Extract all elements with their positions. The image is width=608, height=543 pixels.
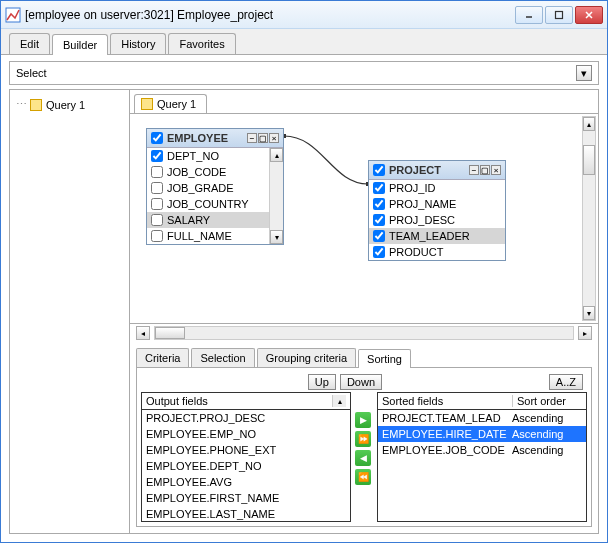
field-checkbox[interactable] xyxy=(373,182,385,194)
scroll-up-icon[interactable]: ▴ xyxy=(583,117,595,131)
tree-connector-icon: ⋯ xyxy=(16,98,26,111)
scroll-up-icon[interactable]: ▴ xyxy=(270,148,283,162)
query-tab-label: Query 1 xyxy=(157,98,196,110)
tab-builder[interactable]: Builder xyxy=(52,34,108,55)
field-checkbox[interactable] xyxy=(151,150,163,162)
dropdown-icon[interactable]: ▾ xyxy=(576,65,592,81)
field-checkbox[interactable] xyxy=(373,230,385,242)
field-row[interactable]: JOB_COUNTRY xyxy=(147,196,283,212)
sort-order-label: Ascending xyxy=(512,428,582,440)
tab-favorites[interactable]: Favorites xyxy=(168,33,235,54)
field-label: TEAM_LEADER xyxy=(389,230,470,242)
svg-rect-2 xyxy=(556,11,563,18)
list-item[interactable]: PROJECT.PROJ_DESC xyxy=(142,410,350,426)
remove-all-button[interactable]: ⏪ xyxy=(355,469,371,485)
scroll-right-icon[interactable]: ▸ xyxy=(578,326,592,340)
canvas-scrollbar-horizontal[interactable]: ◂ ▸ xyxy=(130,324,598,342)
field-checkbox[interactable] xyxy=(373,246,385,258)
field-label: PROJECT.PROJ_DESC xyxy=(146,412,346,424)
list-header: Output fields ▴ xyxy=(142,393,350,410)
table-restore-icon[interactable]: ▢ xyxy=(258,133,268,143)
query-tree: ⋯ Query 1 xyxy=(10,90,130,533)
table-minimize-icon[interactable]: − xyxy=(247,133,257,143)
list-item[interactable]: EMPLOYEE.EMP_NO xyxy=(142,426,350,442)
scroll-up-icon[interactable]: ▴ xyxy=(332,395,346,407)
table-restore-icon[interactable]: ▢ xyxy=(480,165,490,175)
field-row[interactable]: TEAM_LEADER xyxy=(369,228,505,244)
titlebar[interactable]: [employee on userver:3021] Employee_proj… xyxy=(1,1,607,29)
field-row[interactable]: PROJ_ID xyxy=(369,180,505,196)
query-icon xyxy=(30,99,42,111)
add-all-button[interactable]: ⏩ xyxy=(355,431,371,447)
tab-history[interactable]: History xyxy=(110,33,166,54)
add-button[interactable]: ▶ xyxy=(355,412,371,428)
remove-button[interactable]: ◀ xyxy=(355,450,371,466)
scroll-thumb[interactable] xyxy=(155,327,185,339)
field-label: EMPLOYEE.DEPT_NO xyxy=(146,460,346,472)
statement-type-dropdown[interactable]: Select ▾ xyxy=(9,61,599,85)
field-checkbox[interactable] xyxy=(151,166,163,178)
list-item[interactable]: EMPLOYEE.FIRST_NAME xyxy=(142,490,350,506)
tab-sorting[interactable]: Sorting xyxy=(358,349,411,368)
table-close-icon[interactable]: × xyxy=(269,133,279,143)
list-item[interactable]: EMPLOYEE.AVG xyxy=(142,474,350,490)
close-button[interactable] xyxy=(575,6,603,24)
sort-order-label: Ascending xyxy=(512,444,582,456)
field-row[interactable]: JOB_CODE xyxy=(147,164,283,180)
field-checkbox[interactable] xyxy=(373,214,385,226)
table-checkbox-employee[interactable] xyxy=(151,132,163,144)
field-row[interactable]: PRODUCT xyxy=(369,244,505,260)
table-checkbox-project[interactable] xyxy=(373,164,385,176)
list-item[interactable]: EMPLOYEE.LAST_NAME xyxy=(142,506,350,521)
canvas-scrollbar-vertical[interactable]: ▴ ▾ xyxy=(582,116,596,321)
query-tab-1[interactable]: Query 1 xyxy=(134,94,207,113)
field-row[interactable]: DEPT_NO xyxy=(147,148,283,164)
field-checkbox[interactable] xyxy=(151,182,163,194)
field-checkbox[interactable] xyxy=(373,198,385,210)
field-checkbox[interactable] xyxy=(151,230,163,242)
field-label: JOB_COUNTRY xyxy=(167,198,249,210)
sorted-fields-list[interactable]: Sorted fields Sort order PROJECT.TEAM_LE… xyxy=(377,392,587,522)
table-body-project: PROJ_IDPROJ_NAMEPROJ_DESCTEAM_LEADERPROD… xyxy=(369,180,505,260)
field-row[interactable]: FULL_NAME xyxy=(147,228,283,244)
tab-grouping[interactable]: Grouping criteria xyxy=(257,348,356,367)
scroll-down-icon[interactable]: ▾ xyxy=(583,306,595,320)
table-title-employee[interactable]: EMPLOYEE − ▢ × xyxy=(147,129,283,148)
move-down-button[interactable]: Down xyxy=(340,374,382,390)
minimize-button[interactable] xyxy=(515,6,543,24)
field-row[interactable]: SALARY xyxy=(147,212,283,228)
field-checkbox[interactable] xyxy=(151,198,163,210)
field-row[interactable]: PROJ_DESC xyxy=(369,212,505,228)
list-item[interactable]: PROJECT.TEAM_LEADAscending xyxy=(378,410,586,426)
tree-item-query1[interactable]: ⋯ Query 1 xyxy=(14,96,125,113)
list-item[interactable]: EMPLOYEE.PHONE_EXT xyxy=(142,442,350,458)
table-project[interactable]: PROJECT − ▢ × PROJ_IDPROJ_NAMEPROJ_DESCT… xyxy=(368,160,506,261)
output-fields-list[interactable]: Output fields ▴ PROJECT.PROJ_DESCEMPLOYE… xyxy=(141,392,351,522)
scrollbar-vertical[interactable]: ▴ ▾ xyxy=(269,148,283,244)
sort-order-button[interactable]: A..Z xyxy=(549,374,583,390)
table-minimize-icon[interactable]: − xyxy=(469,165,479,175)
diagram-canvas[interactable]: EMPLOYEE − ▢ × ▴ ▾ DEP xyxy=(130,114,598,324)
statement-type-label: Select xyxy=(16,67,47,79)
table-employee[interactable]: EMPLOYEE − ▢ × ▴ ▾ DEP xyxy=(146,128,284,245)
tab-selection[interactable]: Selection xyxy=(191,348,254,367)
scroll-thumb[interactable] xyxy=(583,145,595,175)
field-row[interactable]: JOB_GRADE xyxy=(147,180,283,196)
field-checkbox[interactable] xyxy=(151,214,163,226)
tab-criteria[interactable]: Criteria xyxy=(136,348,189,367)
field-label: EMPLOYEE.HIRE_DATE xyxy=(382,428,512,440)
list-item[interactable]: EMPLOYEE.HIRE_DATEAscending xyxy=(378,426,586,442)
field-row[interactable]: PROJ_NAME xyxy=(369,196,505,212)
maximize-button[interactable] xyxy=(545,6,573,24)
scroll-left-icon[interactable]: ◂ xyxy=(136,326,150,340)
move-up-button[interactable]: Up xyxy=(308,374,336,390)
list-item[interactable]: EMPLOYEE.DEPT_NO xyxy=(142,458,350,474)
table-title-project[interactable]: PROJECT − ▢ × xyxy=(369,161,505,180)
list-item[interactable]: EMPLOYEE.JOB_CODEAscending xyxy=(378,442,586,458)
scroll-track[interactable] xyxy=(154,326,574,340)
field-label: PRODUCT xyxy=(389,246,443,258)
table-close-icon[interactable]: × xyxy=(491,165,501,175)
tab-edit[interactable]: Edit xyxy=(9,33,50,54)
scroll-down-icon[interactable]: ▾ xyxy=(270,230,283,244)
field-label: EMPLOYEE.FIRST_NAME xyxy=(146,492,346,504)
